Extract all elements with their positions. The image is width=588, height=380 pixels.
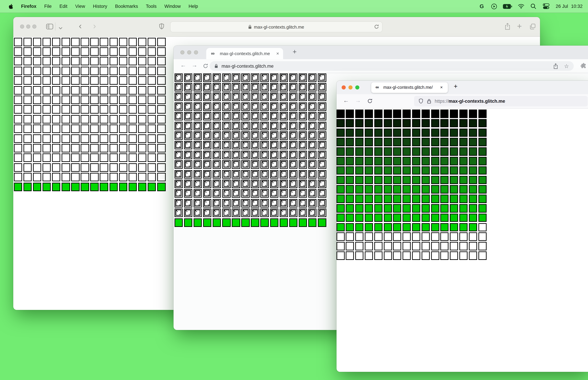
chevron-down-icon[interactable] [58, 25, 62, 31]
canvas-cell: ×v [232, 160, 240, 169]
canvas-cell: ×v [232, 141, 240, 150]
share-icon[interactable] [504, 23, 510, 31]
canvas-cell [33, 57, 41, 65]
reload-icon[interactable] [203, 63, 208, 70]
canvas-cell: ×v [280, 131, 288, 140]
chrome-active-tab[interactable]: ∞ max-gl-contexts.glitch.me × [206, 48, 283, 59]
menu-item-help[interactable]: Help [189, 4, 198, 9]
bookmark-star-icon[interactable]: ☆ [564, 63, 569, 69]
minimize-button[interactable] [348, 85, 352, 90]
back-button[interactable]: ‹ [79, 21, 82, 30]
canvas-cell [109, 134, 118, 143]
minimize-button[interactable] [187, 50, 191, 55]
safari-address-bar[interactable]: max-gl-contexts.glitch.me [170, 21, 382, 32]
canvas-cell [431, 223, 439, 231]
canvas-cell [450, 128, 458, 137]
menu-item-edit[interactable]: Edit [59, 4, 68, 9]
broken-image-icon: ×v [214, 171, 220, 177]
reload-icon[interactable] [374, 24, 379, 30]
canvas-cell: ×v [308, 131, 317, 140]
chrome-address-bar[interactable]: max-gl-contexts.glitch.me ☆ [209, 61, 574, 71]
menu-bar-date[interactable]: 26 Jul [556, 4, 568, 9]
canvas-cell [71, 76, 79, 85]
canvas-cell [62, 153, 70, 162]
canvas-cell [119, 86, 127, 95]
canvas-cell: ×v [203, 199, 211, 207]
menu-bar-time[interactable]: 10:32 [571, 4, 583, 9]
canvas-cell [308, 218, 317, 227]
canvas-cell: ×v [280, 189, 288, 198]
menu-item-file[interactable]: File [44, 4, 52, 9]
control-center-icon[interactable] [542, 3, 550, 10]
privacy-shield-icon[interactable] [159, 23, 164, 31]
broken-image-icon: ×v [252, 152, 258, 158]
broken-image-icon: ×v [309, 74, 315, 80]
apple-logo-icon[interactable] [8, 3, 13, 10]
canvas-cell: ×v [270, 199, 278, 207]
canvas-cell [222, 218, 230, 227]
close-button[interactable] [341, 85, 345, 90]
zoom-button[interactable] [355, 85, 359, 90]
firefox-address-bar[interactable]: https://max-gl-contexts.glitch.me [414, 96, 588, 107]
close-button[interactable] [180, 50, 184, 55]
canvas-cell [33, 86, 41, 95]
menu-item-view[interactable]: View [75, 4, 85, 9]
new-tab-button[interactable]: + [517, 22, 522, 30]
sidebar-icon[interactable] [46, 23, 53, 31]
forward-button[interactable]: › [93, 21, 96, 30]
canvas-cell [450, 138, 458, 146]
close-button[interactable] [20, 24, 24, 29]
menu-item-window[interactable]: Window [164, 4, 181, 9]
canvas-cell [81, 76, 89, 85]
forward-button[interactable]: → [191, 62, 197, 68]
canvas-cell [346, 204, 354, 212]
firefox-active-tab[interactable]: ∞ max-gl-contexts.glitch.me/ × [371, 82, 448, 93]
firefox-window[interactable]: ∞ max-gl-contexts.glitch.me/ × + ← → [336, 81, 588, 372]
menu-item-history[interactable]: History [93, 4, 107, 9]
tracking-shield-icon[interactable] [418, 98, 423, 104]
canvas-cell [384, 166, 392, 175]
reload-icon[interactable] [367, 98, 372, 105]
canvas-cell: ×v [299, 122, 307, 130]
minimize-button[interactable] [26, 24, 30, 29]
canvas-cell [478, 242, 486, 250]
zoom-button[interactable] [32, 24, 36, 29]
tab-close-icon[interactable]: × [440, 85, 443, 90]
canvas-cell [355, 232, 363, 241]
canvas-cell [109, 38, 118, 46]
active-app-name[interactable]: Firefox [21, 4, 37, 9]
canvas-cell [318, 218, 326, 227]
broken-image-icon: ×v [281, 171, 286, 177]
wifi-icon[interactable] [518, 3, 524, 10]
new-tab-button[interactable]: + [293, 48, 297, 55]
back-button[interactable]: ← [180, 62, 186, 68]
canvas-cell: ×v [222, 170, 230, 178]
canvas-cell [119, 144, 127, 152]
canvas-cell: ×v [270, 209, 278, 217]
canvas-cell: ×v [193, 180, 202, 188]
back-button[interactable]: ← [343, 98, 349, 103]
canvas-cell [62, 125, 70, 133]
google-icon[interactable]: G [478, 3, 485, 10]
canvas-cell: ×v [174, 83, 183, 92]
extensions-puzzle-icon[interactable] [581, 63, 587, 70]
zoom-button[interactable] [194, 50, 198, 55]
tab-overview-icon[interactable] [529, 23, 536, 31]
tab-close-icon[interactable]: × [276, 51, 279, 56]
menu-item-bookmarks[interactable]: Bookmarks [115, 4, 138, 9]
canvas-cell: ×v [308, 141, 317, 150]
canvas-cell [440, 157, 449, 165]
search-icon[interactable] [530, 3, 537, 10]
new-tab-button[interactable]: + [454, 83, 457, 90]
forward-button[interactable]: → [355, 98, 361, 103]
canvas-cell: ×v [299, 93, 307, 101]
canvas-cell: ×v [308, 170, 317, 178]
canvas-cell [469, 232, 477, 241]
play-circle-icon[interactable] [491, 3, 497, 10]
battery-charging-icon[interactable] [503, 3, 512, 10]
lock-icon[interactable] [427, 99, 431, 104]
share-icon[interactable] [553, 63, 558, 69]
canvas-cell [138, 86, 147, 95]
menu-item-tools[interactable]: Tools [146, 4, 156, 9]
canvas-cell [469, 166, 477, 175]
